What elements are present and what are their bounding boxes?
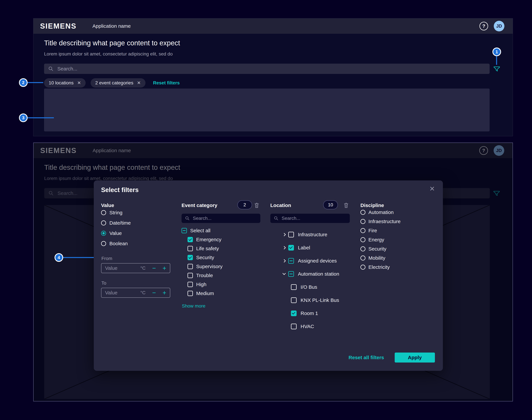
radio-option-security[interactable]: Security [360, 246, 432, 252]
search-placeholder: Search... [57, 66, 77, 72]
checkbox-checked-icon[interactable] [288, 245, 294, 251]
radio-icon [101, 221, 106, 225]
decrement-button[interactable]: − [152, 290, 156, 296]
tree-node-label[interactable]: Label [270, 244, 350, 252]
tree-node-label: HVAC [301, 324, 314, 329]
checkbox-icon [188, 246, 193, 251]
location-search-input[interactable]: Search... [270, 214, 350, 223]
filter-column-discipline: Discipline Automation Infraestructure Fi… [360, 202, 432, 273]
checkbox-medium[interactable]: Medium [182, 290, 260, 297]
checkbox-trouble[interactable]: Trouble [182, 272, 260, 279]
radio-option-boolean[interactable]: Boolean [101, 240, 172, 247]
tree-node-io-bus[interactable]: I/O Bus [270, 283, 350, 291]
radio-option-string[interactable]: String [101, 209, 172, 216]
checkbox-checked-icon [188, 255, 193, 260]
radio-option-energy[interactable]: Energy [360, 236, 432, 243]
radio-icon [360, 210, 365, 215]
radio-option-electricity[interactable]: Electricity [360, 264, 432, 270]
checkbox-icon[interactable] [291, 324, 297, 329]
page-subtitle: Lorem ipsum dolor sit amet, consectetur … [44, 51, 173, 57]
chevron-right-icon[interactable] [282, 233, 287, 236]
chevron-right-icon[interactable] [282, 260, 287, 262]
remove-filter-icon[interactable]: ✕ [77, 80, 81, 86]
apply-button[interactable]: Apply [395, 353, 435, 362]
search-placeholder: Search... [193, 216, 211, 221]
annotation-connector [496, 56, 497, 65]
radio-option-value[interactable]: Value [101, 230, 172, 237]
checkbox-label: Trouble [196, 273, 213, 278]
checkbox-label: Life safety [196, 246, 219, 251]
tree-node-hvac[interactable]: HVAC [270, 322, 350, 330]
radio-label: Boolean [110, 241, 128, 246]
radio-label: Security [368, 246, 386, 252]
radio-option-mobility[interactable]: Mobility [360, 255, 432, 261]
tree-node-knx-pl-link-bus[interactable]: KNX PL-Link Bus [270, 296, 350, 304]
help-icon[interactable]: ? [480, 22, 488, 30]
checkbox-indeterminate-icon[interactable] [288, 271, 294, 277]
from-value-input[interactable]: Value °C − + [101, 263, 170, 273]
radio-option-fire[interactable]: Fire [360, 227, 432, 234]
avatar[interactable]: JD [494, 21, 504, 31]
increment-button[interactable]: + [163, 290, 166, 296]
search-input[interactable]: Search... [44, 64, 490, 74]
radio-option-datetime[interactable]: Date/time [101, 219, 172, 227]
increment-button[interactable]: + [163, 265, 166, 271]
chevron-right-icon[interactable] [282, 247, 287, 249]
decrement-button[interactable]: − [152, 265, 156, 271]
filter-pill-locations[interactable]: 10 locations ✕ [44, 78, 86, 88]
filter-pill-label: 10 locations [49, 80, 74, 86]
checkbox-icon[interactable] [291, 297, 297, 303]
checkbox-indeterminate-icon[interactable] [288, 258, 294, 264]
chevron-down-icon[interactable] [282, 273, 287, 274]
filter-pill-event-categories[interactable]: 2 event categories ✕ [91, 78, 145, 88]
checkbox-icon [188, 264, 193, 269]
radio-label: Value [110, 230, 122, 236]
remove-filter-icon[interactable]: ✕ [137, 80, 141, 86]
radio-option-infraestructure[interactable]: Infraestructure [360, 218, 432, 225]
checkbox-supervisory[interactable]: Supervisory [182, 263, 260, 270]
checkbox-icon [188, 273, 193, 278]
content-placeholder-panel [44, 89, 490, 131]
annotation-connector [28, 82, 43, 83]
selected-count-badge: 10 [323, 200, 338, 209]
checkbox-label: Emergency [196, 237, 221, 242]
to-label: To [101, 280, 172, 286]
trash-icon[interactable] [253, 202, 260, 209]
checkbox-security[interactable]: Security [182, 254, 260, 261]
event-category-search-input[interactable]: Search... [182, 214, 260, 223]
checkbox-checked-icon[interactable] [291, 311, 297, 316]
annotation-badge-3: 3 [19, 113, 28, 122]
checkbox-life-safety[interactable]: Life safety [182, 245, 260, 252]
app-frame-modal-open: SIEMENS Application name ? JD Title desc… [33, 143, 513, 401]
filter-funnel-icon[interactable] [493, 65, 501, 73]
checkbox-high[interactable]: High [182, 281, 260, 288]
siemens-logo: SIEMENS [40, 22, 77, 30]
close-icon[interactable]: ✕ [429, 185, 435, 192]
checkbox-label: Select all [190, 228, 210, 233]
filter-column-event-category: Event category 2 Search... Select all Em… [182, 202, 260, 309]
tree-node-automation-station[interactable]: Automation station [270, 270, 350, 278]
tree-node-infrastructure[interactable]: Infrastructure [270, 231, 350, 239]
trash-icon[interactable] [343, 202, 350, 209]
checkbox-icon[interactable] [288, 232, 294, 237]
tree-node-room-1[interactable]: Room 1 [270, 309, 350, 317]
checkbox-checked-icon [188, 237, 193, 242]
column-heading: Location [270, 202, 350, 209]
app-name: Application name [93, 23, 131, 29]
annotation-badge-4: 4 [55, 253, 63, 262]
tree-node-assigned-devices[interactable]: Assigned devices [270, 257, 350, 265]
reset-all-filters-link[interactable]: Reset all filters [349, 355, 384, 360]
tree-node-label: Assigned devices [298, 258, 337, 264]
checkbox-label: Security [196, 255, 214, 260]
to-value-input[interactable]: Value °C − + [101, 288, 170, 298]
radio-icon [101, 210, 106, 215]
tree-node-label: KNX PL-Link Bus [301, 297, 339, 303]
radio-option-automation[interactable]: Automation [360, 209, 432, 216]
reset-filters-link[interactable]: Reset filters [153, 80, 180, 86]
checkbox-select-all[interactable]: Select all [182, 227, 260, 234]
radio-label: Date/time [110, 220, 131, 226]
checkbox-emergency[interactable]: Emergency [182, 236, 260, 243]
page-title: Title describing what page content to ex… [44, 39, 180, 47]
show-more-link[interactable]: Show more [182, 303, 260, 309]
checkbox-icon[interactable] [291, 284, 297, 290]
